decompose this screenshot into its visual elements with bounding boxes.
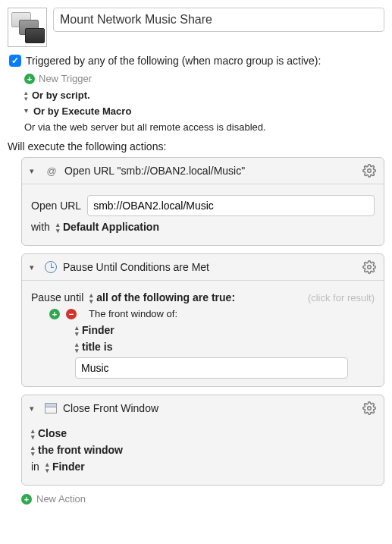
gear-icon[interactable]: [362, 260, 376, 274]
add-condition-button[interactable]: +: [49, 309, 60, 319]
in-label: in: [31, 461, 39, 473]
condition-app-popup[interactable]: Finder: [75, 324, 114, 336]
action-title: Close Front Window: [63, 402, 356, 414]
remove-condition-button[interactable]: −: [66, 309, 77, 319]
disclosure-toggle[interactable]: ▾: [30, 263, 39, 272]
pause-until-label: Pause until: [31, 291, 83, 303]
condition-value-input[interactable]: [75, 357, 348, 379]
action-title: Pause Until Conditions are Met: [63, 261, 356, 273]
add-trigger-button[interactable]: +: [24, 74, 35, 84]
gear-icon[interactable]: [362, 401, 376, 415]
disclosure-toggle[interactable]: ▾: [30, 166, 39, 176]
triggers-heading: Triggered by any of the following (when …: [26, 55, 321, 67]
disclosure-toggle[interactable]: ▾: [30, 404, 39, 414]
condition-operator-popup[interactable]: title is: [75, 341, 112, 353]
open-url-label: Open URL: [31, 200, 81, 212]
at-icon: @: [45, 165, 58, 177]
macro-icon[interactable]: [8, 8, 47, 47]
condition-label: The front window of:: [89, 308, 177, 319]
sort-icon: [24, 90, 27, 102]
pause-mode-popup[interactable]: all of the following are true:: [89, 291, 302, 303]
close-verb-popup[interactable]: Close: [31, 427, 67, 439]
with-application-value: Default Application: [63, 221, 159, 233]
sort-icon: [45, 461, 48, 473]
new-action-label[interactable]: New Action: [36, 493, 86, 505]
close-target-popup[interactable]: the front window: [31, 444, 123, 456]
close-target-value: the front window: [38, 444, 123, 456]
result-hint[interactable]: (click for result): [308, 292, 375, 303]
with-application-popup[interactable]: Default Application: [56, 221, 159, 233]
action-open-url[interactable]: ▾ @ Open URL "smb://OBAN2.local/Music" O…: [21, 157, 384, 246]
close-verb-value: Close: [38, 427, 67, 439]
web-server-note: Or via the web server but all remote acc…: [24, 121, 266, 133]
or-by-execute-macro[interactable]: Or by Execute Macro: [33, 105, 131, 117]
sort-icon: [75, 341, 77, 354]
condition-operator-value: title is: [82, 341, 112, 353]
svg-point-2: [368, 407, 372, 410]
or-by-script[interactable]: Or by script.: [32, 90, 90, 101]
sort-icon: [75, 325, 77, 337]
sort-icon: [89, 292, 92, 304]
close-app-popup[interactable]: Finder: [45, 461, 85, 473]
add-action-button[interactable]: +: [21, 494, 32, 505]
triggers-enabled-checkbox[interactable]: ✓: [9, 55, 21, 67]
clock-icon: [45, 261, 57, 273]
action-close-window[interactable]: ▾ Close Front Window Close the front win…: [21, 395, 384, 486]
new-trigger-label[interactable]: New Trigger: [39, 73, 92, 84]
sort-icon: [56, 222, 58, 234]
macro-name-input[interactable]: [53, 8, 384, 32]
condition-app-value: Finder: [82, 324, 114, 336]
window-icon: [45, 403, 57, 414]
svg-point-1: [368, 266, 372, 269]
actions-heading: Will execute the following actions:: [8, 140, 384, 153]
sort-icon: [31, 445, 33, 457]
with-label: with: [31, 221, 50, 233]
gear-icon[interactable]: [362, 164, 376, 178]
close-app-value: Finder: [52, 461, 85, 473]
action-pause-until[interactable]: ▾ Pause Until Conditions are Met Pause u…: [21, 253, 384, 387]
open-url-input[interactable]: [87, 195, 375, 216]
sort-icon: [31, 428, 33, 440]
pause-mode-value: all of the following are true:: [96, 291, 235, 303]
svg-point-0: [368, 169, 372, 173]
chevron-down-icon: ▾: [24, 106, 28, 115]
action-title: Open URL "smb://OBAN2.local/Music": [64, 165, 356, 177]
